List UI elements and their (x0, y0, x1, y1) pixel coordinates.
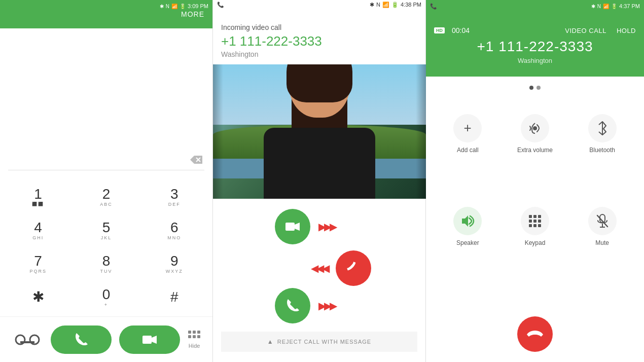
keypad: 1 ⬛⬛ 2 ABC 3 DEF 4 GHI 5 JKL 6 M (0, 178, 212, 316)
speaker-icon (460, 214, 475, 228)
decline-button[interactable] (336, 250, 371, 286)
svg-rect-23 (538, 220, 541, 223)
decline-row: ◀◀◀ (267, 250, 371, 286)
svg-rect-21 (529, 220, 532, 223)
voicemail-icon (15, 333, 40, 347)
hide-keypad-button[interactable]: Hide (188, 331, 200, 349)
speaker-icon-circle (453, 207, 482, 235)
incoming-phone-icon: 📞 (217, 2, 224, 8)
video-call-action-button[interactable]: VIDEO CALL (565, 27, 606, 34)
key-2[interactable]: 2 ABC (78, 180, 134, 213)
svg-point-16 (533, 126, 537, 130)
svg-rect-22 (533, 220, 536, 223)
key-7-letters: PQRS (29, 269, 47, 274)
bt-icon-active: ✱ (591, 4, 595, 9)
keypad-row-1: 1 ⬛⬛ 2 ABC 3 DEF (4, 180, 208, 213)
dialer-screen: ✱ N 📶 🔋 3:09 PM MORE 1 ⬛⬛ (0, 0, 213, 362)
hide-label-text: Hide (189, 343, 200, 349)
key-5[interactable]: 5 JKL (78, 214, 134, 246)
key-1[interactable]: 1 ⬛⬛ (10, 180, 66, 213)
key-9-letters: WXYZ (166, 269, 183, 274)
key-4[interactable]: 4 GHI (10, 214, 66, 246)
keypad-label: Keypad (525, 239, 546, 246)
answer-video-button[interactable] (275, 209, 310, 244)
active-location: Washington (518, 57, 552, 64)
key-7-num: 7 (34, 254, 42, 268)
wifi-status-icon: N (166, 4, 169, 9)
key-6[interactable]: 6 MNO (147, 214, 202, 246)
hd-timer-group: HD 00:04 (434, 26, 470, 34)
answer-area: ▶▶▶ ◀◀◀ ▶▶▶ ▲ REJECT CA (213, 199, 425, 362)
key-9-num: 9 (170, 254, 178, 268)
key-2-num: 2 (102, 187, 111, 201)
svg-rect-7 (188, 331, 191, 334)
key-4-num: 4 (34, 221, 42, 235)
svg-rect-12 (197, 335, 200, 338)
dialer-status-bar: ✱ N 📶 🔋 3:09 PM (0, 0, 212, 12)
incoming-status-bar: 📞 ✱ N 📶 🔋 4:38 PM (213, 0, 425, 9)
key-9[interactable]: 9 WXYZ (147, 247, 202, 280)
voicemail-button[interactable] (12, 329, 43, 350)
add-call-icon-circle: + (453, 114, 482, 142)
key-8[interactable]: 8 TUV (78, 247, 134, 280)
key-3[interactable]: 3 DEF (147, 180, 202, 213)
extra-volume-icon (528, 121, 542, 135)
key-0[interactable]: 0 + (78, 281, 134, 313)
swipe-right-arrows: ▶▶▶ (318, 221, 335, 233)
mute-action[interactable]: Mute (573, 207, 632, 292)
active-status-right: ✱ N 📶 🔋 4:37 PM (591, 3, 640, 9)
key-3-num: 3 (170, 187, 178, 201)
key-6-letters: MNO (167, 235, 181, 240)
key-0-num: 0 (102, 287, 111, 302)
svg-rect-5 (142, 336, 152, 344)
key-1-letters: ⬛⬛ (32, 202, 44, 206)
backspace-icon (189, 155, 203, 165)
active-top-row: HD 00:04 VIDEO CALL HOLD (426, 24, 644, 39)
voice-call-button[interactable] (51, 325, 112, 354)
key-3-letters: DEF (168, 202, 181, 207)
key-hash[interactable]: # (147, 281, 202, 313)
svg-rect-10 (188, 335, 191, 338)
bluetooth-icon (597, 121, 608, 136)
keypad-row-4: ✱ 0 + # (4, 281, 208, 313)
end-call-button[interactable] (517, 316, 553, 352)
add-call-action[interactable]: + Add call (438, 114, 497, 199)
svg-rect-11 (193, 335, 196, 338)
active-top-actions: VIDEO CALL HOLD (565, 27, 636, 34)
answer-row-video: ▶▶▶ (221, 209, 417, 244)
call-timer: 00:04 (452, 26, 470, 34)
battery-active: 🔋 (611, 4, 617, 9)
key-7[interactable]: 7 PQRS (10, 247, 66, 280)
battery-icon: 🔋 (180, 4, 186, 9)
answer-voice-button[interactable] (275, 288, 310, 323)
incoming-location: Washington (221, 50, 417, 58)
svg-marker-14 (295, 223, 300, 231)
bluetooth-action[interactable]: Bluetooth (573, 114, 632, 199)
dialer-status-right: ✱ N 📶 🔋 3:09 PM (160, 3, 208, 9)
hold-action-button[interactable]: HOLD (617, 27, 636, 34)
svg-rect-24 (529, 224, 532, 227)
video-call-button[interactable] (119, 325, 180, 354)
answer-row-voice: ▶▶▶ (221, 288, 417, 323)
reject-message-button[interactable]: ▲ REJECT CALL WITH MESSAGE (221, 332, 417, 352)
extra-volume-action[interactable]: Extra volume (506, 114, 565, 199)
svg-rect-9 (197, 331, 200, 334)
svg-rect-8 (193, 331, 196, 334)
decline-call-icon (346, 261, 361, 276)
key-6-num: 6 (170, 221, 178, 235)
key-star-sym: ✱ (32, 290, 44, 304)
speaker-action[interactable]: Speaker (438, 207, 497, 292)
bt-icon-incoming: ✱ (370, 2, 374, 8)
active-phone-icon: 📞 (430, 3, 437, 10)
mute-label: Mute (595, 239, 609, 246)
dialer-input-row (8, 152, 204, 170)
incoming-header: Incoming video call +1 111-222-3333 Wash… (213, 9, 425, 64)
end-call-area (426, 306, 644, 362)
key-star[interactable]: ✱ (10, 281, 66, 313)
page-dot-1 (529, 86, 533, 90)
keypad-icon-circle (521, 207, 549, 235)
keypad-action[interactable]: Keypad (506, 207, 565, 292)
backspace-button[interactable] (188, 152, 204, 168)
wifi-active: N (597, 4, 601, 9)
phone-icon (74, 332, 89, 347)
